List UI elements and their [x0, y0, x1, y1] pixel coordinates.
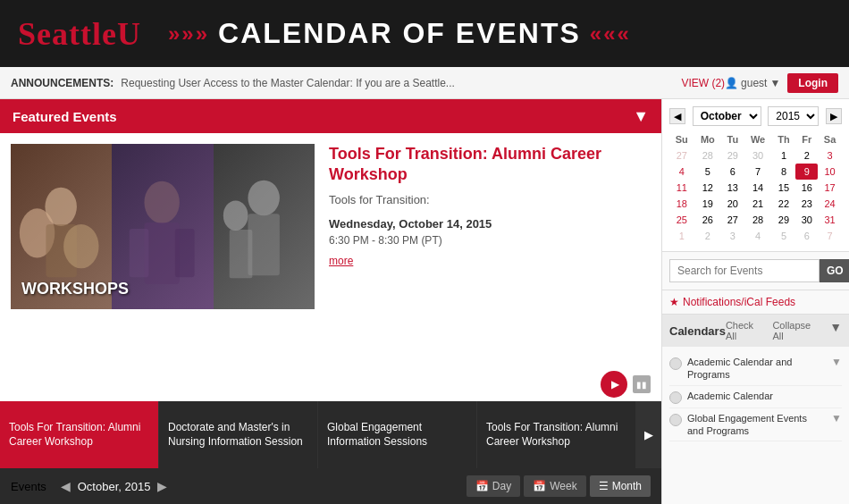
calendar-day[interactable]: 16	[795, 180, 818, 196]
search-input[interactable]	[669, 259, 820, 282]
calendar-day[interactable]: 6	[721, 164, 744, 180]
play-icon: ▶	[611, 378, 619, 391]
calendar-next-button[interactable]: ▶	[826, 108, 842, 124]
calendar-title-text: CALENDAR OF EVENTS	[218, 17, 581, 50]
calendar-day[interactable]: 28	[744, 212, 772, 228]
svg-rect-5	[145, 223, 180, 284]
calendar-day[interactable]: 27	[669, 147, 694, 164]
chevron-left-icon: »»»	[168, 21, 209, 46]
calendar-body: 2728293012345678910111213141516171819202…	[669, 147, 842, 244]
user-icon: 👤	[725, 77, 738, 89]
events-next-arrow[interactable]: ▶	[157, 479, 167, 493]
calendar-day[interactable]: 5	[772, 228, 796, 244]
svg-rect-11	[229, 230, 252, 278]
calendar-day[interactable]: 1	[772, 147, 796, 164]
events-current-date: October, 2015	[78, 480, 151, 493]
calendar-day[interactable]: 6	[795, 228, 818, 244]
calendar-day[interactable]: 12	[694, 180, 721, 196]
calendar-list-item-2[interactable]: Global Engagement Events and Programs ▼	[669, 408, 842, 442]
calendar-item-label-1: Academic Calendar	[687, 390, 773, 402]
calendar-year-select[interactable]: 2015	[768, 106, 819, 126]
thumbnail-item-2[interactable]: Global Engagement Information Sessions	[318, 401, 477, 468]
page-title: »»» CALENDAR OF EVENTS «««	[168, 17, 631, 50]
calendar-item-expand-2[interactable]: ▼	[831, 412, 842, 424]
calendar-day[interactable]: 17	[818, 180, 842, 196]
calendar-day[interactable]: 30	[744, 147, 772, 164]
calendar-day[interactable]: 4	[744, 228, 772, 244]
month-label: Month	[612, 480, 642, 492]
calendar-day[interactable]: 22	[772, 196, 796, 212]
cal-header-su: Su	[669, 131, 694, 147]
calendar-day[interactable]: 29	[721, 147, 744, 164]
thumbnail-item-3[interactable]: Tools For Transition: Alumni Career Work…	[477, 401, 636, 468]
events-prev-arrow[interactable]: ◀	[61, 479, 71, 493]
calendar-day[interactable]: 27	[721, 212, 744, 228]
check-all-link[interactable]: Check All	[726, 320, 766, 341]
calendar-day[interactable]: 30	[795, 212, 818, 228]
search-go-button[interactable]: GO	[820, 259, 849, 282]
calendar-day[interactable]: 31	[818, 212, 842, 228]
calendar-day[interactable]: 10	[818, 164, 842, 180]
thumbnail-item-1[interactable]: Doctorate and Master's in Nursing Inform…	[159, 401, 318, 468]
calendar-day[interactable]: 7	[818, 228, 842, 244]
pause-button[interactable]: ▮▮	[633, 375, 651, 393]
calendar-day[interactable]: 13	[721, 180, 744, 196]
calendar-day[interactable]: 3	[721, 228, 744, 244]
calendar-day[interactable]: 8	[772, 164, 796, 180]
calendar-day[interactable]: 2	[694, 228, 721, 244]
calendar-list-item-1[interactable]: Academic Calendar	[669, 386, 842, 408]
week-label: Week	[550, 480, 576, 492]
events-navigation-bar: Events ◀ October, 2015 ▶ 📅 Day 📅 Week ☰ …	[0, 468, 661, 504]
featured-arrow-icon[interactable]: ▼	[633, 107, 649, 126]
thumbnails-next-button[interactable]: ▶	[636, 401, 661, 468]
calendar-checkbox-1[interactable]	[669, 391, 682, 404]
calendar-day[interactable]: 15	[772, 180, 796, 196]
calendars-toggle-icon[interactable]: ▼	[829, 320, 842, 341]
calendar-day[interactable]: 9	[795, 164, 818, 180]
calendar-day[interactable]: 24	[818, 196, 842, 212]
calendar-day[interactable]: 3	[818, 147, 842, 164]
event-subtitle: Tools for Transition:	[329, 193, 651, 206]
username: guest	[741, 77, 767, 89]
calendar-day[interactable]: 26	[694, 212, 721, 228]
day-view-button[interactable]: 📅 Day	[467, 475, 520, 497]
login-button[interactable]: Login	[787, 73, 838, 93]
calendars-list: Academic Calendar and Programs ▼ Academi…	[662, 347, 849, 447]
event-details: Tools For Transition: Alumni Career Work…	[329, 144, 651, 357]
calendar-day[interactable]: 20	[721, 196, 744, 212]
calendar-list-item-0[interactable]: Academic Calendar and Programs ▼	[669, 352, 842, 386]
calendar-item-expand-0[interactable]: ▼	[831, 356, 842, 368]
calendar-day[interactable]: 28	[694, 147, 721, 164]
calendar-day[interactable]: 29	[772, 212, 796, 228]
calendar-day[interactable]: 2	[795, 147, 818, 164]
calendar-day[interactable]: 19	[694, 196, 721, 212]
month-view-button[interactable]: ☰ Month	[590, 475, 651, 497]
calendar-checkbox-0[interactable]	[669, 357, 682, 370]
calendar-day[interactable]: 1	[669, 228, 694, 244]
calendar-day[interactable]: 25	[669, 212, 694, 228]
week-view-button[interactable]: 📅 Week	[524, 475, 585, 497]
thumbnail-text-0: Tools For Transition: Alumni Career Work…	[9, 421, 149, 449]
calendar-month-select[interactable]: October	[693, 106, 761, 126]
collapse-all-link[interactable]: Collapse All	[772, 320, 822, 341]
calendar-day[interactable]: 21	[744, 196, 772, 212]
calendar-day[interactable]: 23	[795, 196, 818, 212]
events-view-buttons: 📅 Day 📅 Week ☰ Month	[467, 475, 651, 497]
calendar-item-label-2: Global Engagement Events and Programs	[687, 412, 826, 438]
announcements-view-link[interactable]: VIEW (2)	[681, 77, 725, 89]
event-title: Tools For Transition: Alumni Career Work…	[329, 144, 651, 186]
calendar-prev-button[interactable]: ◀	[669, 108, 685, 124]
thumbnail-item-0[interactable]: Tools For Transition: Alumni Career Work…	[0, 401, 159, 468]
main-layout: Featured Events ▼	[0, 99, 849, 504]
calendar-day[interactable]: 14	[744, 180, 772, 196]
notifications-link[interactable]: ★ Notifications/iCal Feeds	[669, 296, 842, 308]
calendar-day[interactable]: 5	[694, 164, 721, 180]
play-button[interactable]: ▶	[601, 371, 627, 398]
calendar-checkbox-2[interactable]	[669, 414, 682, 426]
calendar-day[interactable]: 11	[669, 180, 694, 196]
event-more-link[interactable]: more	[329, 255, 353, 267]
calendar-day[interactable]: 4	[669, 164, 694, 180]
calendar-day[interactable]: 18	[669, 196, 694, 212]
calendars-actions: Check All Collapse All ▼	[726, 320, 842, 341]
calendar-day[interactable]: 7	[744, 164, 772, 180]
